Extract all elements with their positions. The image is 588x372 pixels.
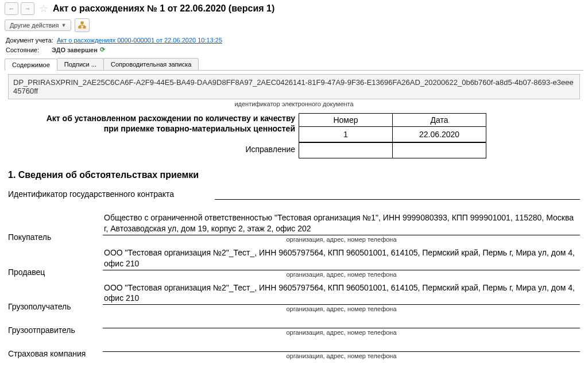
section1-title: 1. Сведения об обстоятельствах приемки [8, 170, 580, 180]
shipper-label: Грузоотправитель [8, 326, 103, 336]
tab-content[interactable]: Содержимое [5, 59, 57, 71]
nav-forward-button[interactable]: → [21, 2, 34, 15]
correction-label: Исправление [8, 142, 299, 154]
insurance-hint: организация, адрес, номер телефона [103, 352, 580, 359]
consignee-label: Грузополучатель [8, 302, 103, 312]
act-number-header: Номер [299, 114, 393, 127]
edoc-identifier-caption: идентификатор электронного документа [8, 100, 580, 107]
act-header-text: Акт об установленном расхождении по коли… [8, 113, 299, 134]
shipper-hint: организация, адрес, номер телефона [103, 329, 580, 336]
svg-rect-2 [83, 26, 86, 28]
svg-rect-0 [81, 22, 83, 24]
gov-contract-value [215, 188, 580, 200]
act-number-value: 1 [299, 127, 393, 142]
other-actions-label: Другие действия [10, 22, 59, 29]
correction-table [299, 142, 486, 158]
seller-hint: организация, адрес, номер телефона [103, 271, 580, 278]
act-date-header: Дата [393, 114, 486, 127]
state-label: Состояние: [6, 46, 48, 53]
correction-number-cell [299, 143, 393, 158]
act-header-line1: Акт об установленном расхождении по коли… [8, 113, 295, 123]
svg-rect-1 [79, 26, 81, 28]
insurance-label: Страховая компания [8, 349, 103, 359]
correction-date-cell [393, 143, 486, 158]
doc-account-label: Документ учета: [6, 37, 53, 44]
seller-label: Продавец [8, 268, 103, 278]
buyer-label: Покупатель [8, 232, 103, 243]
buyer-hint: организация, адрес, номер телефона [103, 236, 580, 243]
hierarchy-icon [78, 21, 86, 29]
refresh-icon[interactable]: ⟳ [100, 46, 105, 53]
act-date-value: 22.06.2020 [393, 127, 486, 142]
seller-value: ООО "Тестовая организация №2"_Тест_, ИНН… [103, 247, 580, 270]
consignee-hint: организация, адрес, номер телефона [103, 305, 580, 312]
edoc-identifier: DP_PRIRASXPRIN_2AE25C6CA6F-A2F9-44E5-BA4… [8, 74, 580, 99]
tab-signatures[interactable]: Подписи ... [57, 58, 104, 70]
page-title: Акт о расхождениях № 1 от 22.06.2020 (ве… [53, 3, 274, 14]
tree-icon-button[interactable] [75, 18, 90, 32]
consignee-value: ООО "Тестовая организация №2"_Тест_, ИНН… [103, 282, 580, 305]
chevron-down-icon: ▼ [61, 22, 66, 28]
doc-account-link[interactable]: Акт о расхождениях 0000-000001 от 22.06.… [57, 37, 222, 44]
act-number-date-table: Номер Дата 1 22.06.2020 [299, 113, 486, 142]
favorite-star-icon[interactable]: ☆ [39, 2, 48, 15]
nav-back-button[interactable]: ← [5, 2, 18, 15]
shipper-value [103, 317, 580, 328]
act-header-line2: при приемке товарно-материальных ценност… [8, 123, 295, 134]
state-value: ЭДО завершен [52, 46, 98, 53]
insurance-value [103, 340, 580, 352]
other-actions-dropdown[interactable]: Другие действия ▼ [5, 20, 71, 31]
tab-memo[interactable]: Сопроводительная записка [103, 58, 199, 70]
gov-contract-label: Идентификатор государственного контракта [8, 189, 215, 200]
buyer-value: Общество с ограниченной ответственностью… [103, 212, 580, 235]
